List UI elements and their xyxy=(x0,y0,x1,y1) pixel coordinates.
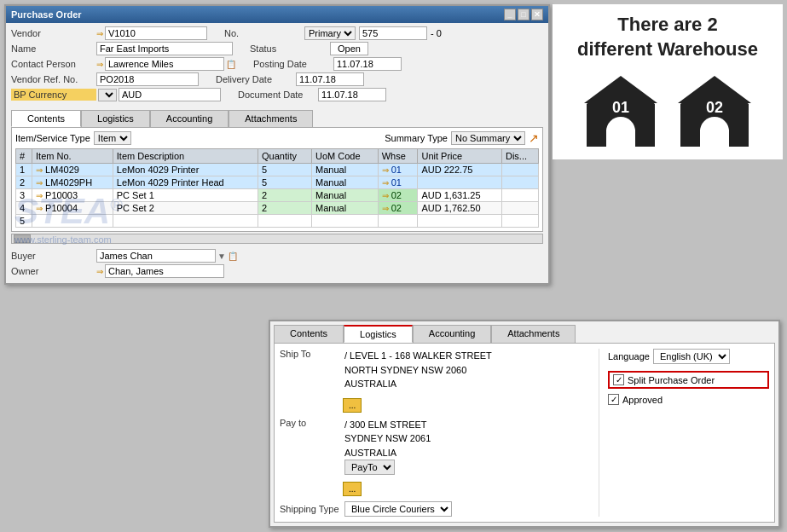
sub-window: Contents Logistics Accounting Attachment… xyxy=(269,320,780,528)
tab-accounting[interactable]: Accounting xyxy=(150,110,229,127)
main-tabs: Contents Logistics Accounting Attachment… xyxy=(11,110,543,127)
tab-contents[interactable]: Contents xyxy=(11,110,81,127)
warehouse-icons: 01 02 xyxy=(582,74,753,151)
cell-uom: Manual xyxy=(312,176,379,189)
cell-disc xyxy=(501,189,538,202)
pay-to-row: Pay to / 300 ELM STREET SYDNEY NSW 2061 … xyxy=(280,418,590,476)
warehouse-02: 02 xyxy=(676,74,753,151)
document-value[interactable]: 11.07.18 xyxy=(318,88,386,101)
buyer-info-icon[interactable]: 📋 xyxy=(228,252,238,261)
sub-tab-accounting[interactable]: Accounting xyxy=(413,325,491,343)
table-row[interactable]: 3 ⇒ P10003 PC Set 1 2 Manual ⇒ 02 AUD 1,… xyxy=(16,189,539,202)
sub-left-panel: Ship To / LEVEL 1 - 168 WALKER STREET NO… xyxy=(280,349,599,517)
language-select[interactable]: English (UK) xyxy=(653,349,730,364)
table-row[interactable]: 4 ⇒ P10004 PC Set 2 2 Manual ⇒ 02 AUD 1,… xyxy=(16,202,539,215)
document-label: Document Date xyxy=(238,90,315,100)
expand-icon[interactable]: ↗ xyxy=(529,131,539,145)
shipping-type-select[interactable]: Blue Circle Couriers xyxy=(344,501,452,517)
tabs-container: Contents Logistics Accounting Attachment… xyxy=(6,107,548,232)
approved-checkbox[interactable]: ✓ xyxy=(608,394,619,405)
buyer-label: Buyer xyxy=(11,251,96,261)
cell-quantity: 5 xyxy=(258,164,311,176)
posting-label: Posting Date xyxy=(253,59,330,69)
split-po-checkbox[interactable]: ✓ xyxy=(613,374,624,385)
name-label: Name xyxy=(11,43,96,54)
buyer-row: Buyer James Chan ▼ 📋 xyxy=(11,249,543,263)
status-value: Open xyxy=(330,42,368,55)
owner-value[interactable]: Chan, James xyxy=(105,264,224,278)
sub-tab-attachments[interactable]: Attachments xyxy=(491,325,576,343)
cell-uom: Manual xyxy=(312,202,379,215)
item-type-select[interactable]: Item xyxy=(94,131,131,145)
cell-whse: ⇒ 02 xyxy=(378,202,418,215)
sub-tab-logistics[interactable]: Logistics xyxy=(344,325,413,343)
owner-label: Owner xyxy=(11,266,96,276)
col-unit-price: Unit Price xyxy=(418,149,502,164)
vendor-ref-value[interactable]: PO2018 xyxy=(96,72,199,86)
cell-num: 5 xyxy=(16,215,32,228)
cell-quantity xyxy=(258,215,311,228)
horizontal-scrollbar[interactable] xyxy=(11,234,543,244)
cell-unit-price: AUD 222.75 xyxy=(418,164,502,176)
posting-value[interactable]: 11.07.18 xyxy=(333,57,402,71)
split-po-label: Split Purchase Order xyxy=(628,375,715,385)
summary-type-select[interactable]: No Summary xyxy=(451,131,525,145)
currency-dropdown[interactable]: ▼ xyxy=(98,89,117,101)
delivery-value[interactable]: 11.07.18 xyxy=(296,72,364,86)
currency-label: BP Currency xyxy=(11,89,96,101)
currency-value[interactable]: AUD xyxy=(119,88,221,101)
tab-logistics[interactable]: Logistics xyxy=(81,110,150,127)
svg-text:02: 02 xyxy=(706,99,723,116)
cell-whse: ⇒ 01 xyxy=(378,164,418,176)
col-quantity: Quantity xyxy=(258,149,311,164)
warehouse-01-svg: 01 xyxy=(582,74,659,151)
minimize-button[interactable]: _ xyxy=(504,9,516,20)
cell-whse: ⇒ 01 xyxy=(378,176,418,189)
sub-tab-contents[interactable]: Contents xyxy=(274,325,344,343)
cell-uom: Manual xyxy=(312,164,379,176)
vendor-value[interactable]: V1010 xyxy=(105,26,207,40)
owner-row: Owner ⇒ Chan, James xyxy=(11,264,543,278)
cell-num: 3 xyxy=(16,189,32,202)
cell-whse: ⇒ 02 xyxy=(378,189,418,202)
pay-to-content: / 300 ELM STREET SYDNEY NSW 2061 AUSTRAL… xyxy=(344,418,590,476)
warehouse-01: 01 xyxy=(582,74,659,151)
contact-icon[interactable]: 📋 xyxy=(226,60,236,69)
delivery-section: Delivery Date 11.07.18 xyxy=(216,72,364,86)
buyer-dropdown-icon[interactable]: ▼ xyxy=(217,252,226,261)
ship-to-browse-button[interactable]: ... xyxy=(343,398,362,413)
ship-to-content: / LEVEL 1 - 168 WALKER STREET NORTH SYDN… xyxy=(344,349,590,391)
cell-num: 1 xyxy=(16,164,32,176)
shipping-type-label: Shipping Type xyxy=(280,504,339,514)
scroll-thumb-h[interactable] xyxy=(14,234,31,243)
ship-to-value: / LEVEL 1 - 168 WALKER STREET NORTH SYDN… xyxy=(344,349,590,391)
cell-description: PC Set 1 xyxy=(113,189,258,202)
col-num: # xyxy=(16,149,32,164)
right-panel: There are 2 different Warehouse 01 xyxy=(553,4,783,159)
cell-item-no: ⇒ P10003 xyxy=(32,189,113,202)
warehouse-02-svg: 02 xyxy=(676,74,753,151)
svg-text:01: 01 xyxy=(612,99,629,116)
form-header: Vendor ⇒ V1010 No. Primary 575 - 0 Name … xyxy=(6,23,548,107)
pay-to-browse-button[interactable]: ... xyxy=(343,482,362,496)
cell-unit-price: AUD 1,762.50 xyxy=(418,202,502,215)
table-row[interactable]: 2 ⇒ LM4029PH LeMon 4029 Printer Head 5 M… xyxy=(16,176,539,189)
no-value[interactable]: 575 xyxy=(359,26,427,40)
cell-item-no xyxy=(32,215,113,228)
status-section: Status Open xyxy=(250,42,368,55)
name-value[interactable]: Far East Imports xyxy=(96,42,233,55)
ship-to-row: Ship To / LEVEL 1 - 168 WALKER STREET NO… xyxy=(280,349,590,391)
table-row[interactable]: 1 ⇒ LM4029 LeMon 4029 Printer 5 Manual ⇒… xyxy=(16,164,539,176)
table-row[interactable]: 5 xyxy=(16,215,539,228)
buyer-value[interactable]: James Chan xyxy=(96,249,216,263)
close-button[interactable]: ✕ xyxy=(531,9,543,20)
name-row: Name Far East Imports Status Open xyxy=(11,42,543,55)
status-label: Status xyxy=(250,43,327,54)
cell-disc xyxy=(501,164,538,176)
maximize-button[interactable]: □ xyxy=(518,9,529,20)
primary-dropdown[interactable]: Primary xyxy=(304,26,356,40)
contact-value[interactable]: Lawrence Miles xyxy=(105,57,224,71)
tab-attachments[interactable]: Attachments xyxy=(229,110,313,127)
vendor-ref-row: Vendor Ref. No. PO2018 Delivery Date 11.… xyxy=(11,72,543,86)
pay-to-dropdown[interactable]: PayTo xyxy=(344,460,395,475)
